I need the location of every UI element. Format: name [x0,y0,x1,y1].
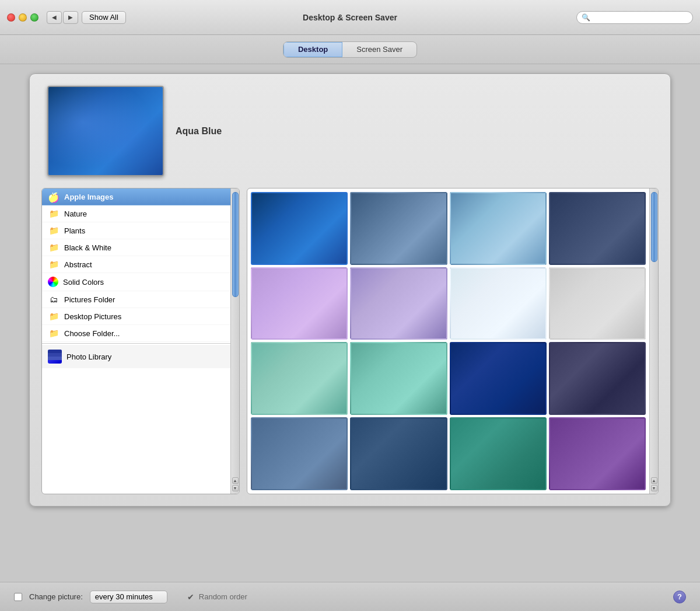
tab-screen-saver[interactable]: Screen Saver [342,42,416,57]
source-list: 🍎 Apple Images 📁 Nature 📁 Plants [41,188,240,494]
grid-cell[interactable] [450,342,547,415]
grid-cell[interactable] [549,267,646,340]
nav-buttons: ◀ ▶ [47,11,78,24]
interval-select[interactable]: every 5 seconds every 1 minute every 5 m… [90,591,167,603]
tab-desktop[interactable]: Desktop [284,42,342,57]
help-button[interactable]: ? [673,591,686,603]
preview-thumbnail[interactable] [47,86,164,176]
search-bar[interactable]: 🔍 [576,11,693,24]
preview-name: Aqua Blue [176,126,222,137]
main-content: Aqua Blue 🍎 Apple Images 📁 [0,64,700,582]
window-title: Desktop & Screen Saver [303,13,397,22]
checkmark-icon: ✔ [186,592,195,602]
grid-cell[interactable] [549,417,646,490]
folder-icon: 📁 [48,260,60,269]
sidebar-item-desktop-pictures[interactable]: 📁 Desktop Pictures [42,308,230,325]
interval-select-wrapper: every 5 seconds every 1 minute every 5 m… [90,591,167,603]
folder-icon: 📁 [48,243,60,252]
source-scrollbar-thumb[interactable] [232,192,239,297]
grid-scrollbar[interactable]: ▲ ▼ [649,188,658,494]
grid-cell[interactable] [350,267,447,340]
grid-cell[interactable] [251,417,348,490]
forward-button[interactable]: ▶ [63,11,78,24]
sidebar-item-black-white[interactable]: 📁 Black & White [42,239,230,256]
preview-section: Aqua Blue [41,86,659,176]
search-input[interactable] [592,13,688,22]
source-list-container: 🍎 Apple Images 📁 Nature 📁 Plants [41,188,240,494]
minimize-button[interactable] [19,13,27,22]
sidebar-item-photo-library[interactable]: Photo Library [42,345,230,368]
show-all-button[interactable]: Show All [82,11,126,24]
folder-icon: 📁 [48,209,60,218]
source-separator [42,343,230,344]
grid-cell[interactable] [251,192,348,265]
grid-cell[interactable] [450,417,547,490]
pictures-folder-icon: 🗂 [48,295,60,304]
traffic-lights [7,13,38,22]
grid-cell[interactable] [350,417,447,490]
sidebar-item-apple-images[interactable]: 🍎 Apple Images [42,188,230,205]
bottom-bar: Change picture: every 5 seconds every 1 … [0,582,700,611]
back-button[interactable]: ◀ [47,11,62,24]
change-picture-label: Change picture: [29,592,83,601]
sidebar-item-choose-folder[interactable]: 📁 Choose Folder... [42,325,230,342]
grid-cell[interactable] [251,342,348,415]
grid-cell[interactable] [549,342,646,415]
toolbar-area: Desktop Screen Saver [0,35,700,64]
scroll-down-button[interactable]: ▼ [651,485,657,491]
sidebar-item-nature[interactable]: 📁 Nature [42,205,230,222]
grid-scrollbar-thumb[interactable] [651,192,657,262]
change-picture-checkbox[interactable] [14,593,22,601]
search-icon: 🔍 [582,13,590,22]
folder-icon: 📁 [48,312,60,321]
sidebar-item-plants[interactable]: 📁 Plants [42,222,230,239]
grid-cell[interactable] [350,342,447,415]
photo-library-icon [48,350,62,364]
scroll-arrows-left: ▲ ▼ [232,477,239,493]
apple-icon: 🍎 [48,192,60,201]
image-grid [247,188,649,494]
color-wheel-icon [48,277,58,287]
scroll-up-button[interactable]: ▲ [232,477,239,484]
grid-cell[interactable] [549,192,646,265]
source-list-items: 🍎 Apple Images 📁 Nature 📁 Plants [42,188,230,494]
close-button[interactable] [7,13,15,22]
folder-icon: 📁 [48,226,60,235]
sidebar-item-abstract[interactable]: 📁 Abstract [42,256,230,273]
sidebar-item-pictures-folder[interactable]: 🗂 Pictures Folder [42,291,230,308]
random-order-area: ✔ Random order [186,592,247,602]
random-order-label: Random order [199,592,247,601]
grid-cell[interactable] [450,267,547,340]
folder-icon: 📁 [48,329,60,338]
grid-cell[interactable] [350,192,447,265]
maximize-button[interactable] [30,13,38,22]
pref-panel: Aqua Blue 🍎 Apple Images 📁 [29,74,671,507]
title-bar: ◀ ▶ Show All Desktop & Screen Saver 🔍 [0,0,700,35]
tab-switcher: Desktop Screen Saver [283,41,417,58]
image-grid-container: ▲ ▼ [247,188,659,494]
grid-cell[interactable] [251,267,348,340]
scroll-arrows-right: ▲ ▼ [651,477,657,493]
scroll-down-button[interactable]: ▼ [232,485,239,491]
grid-cell[interactable] [450,192,547,265]
scroll-up-button[interactable]: ▲ [651,477,657,484]
sidebar-item-solid-colors[interactable]: Solid Colors [42,273,230,291]
content-area: 🍎 Apple Images 📁 Nature 📁 Plants [41,188,659,494]
source-scrollbar[interactable]: ▲ ▼ [230,188,239,494]
